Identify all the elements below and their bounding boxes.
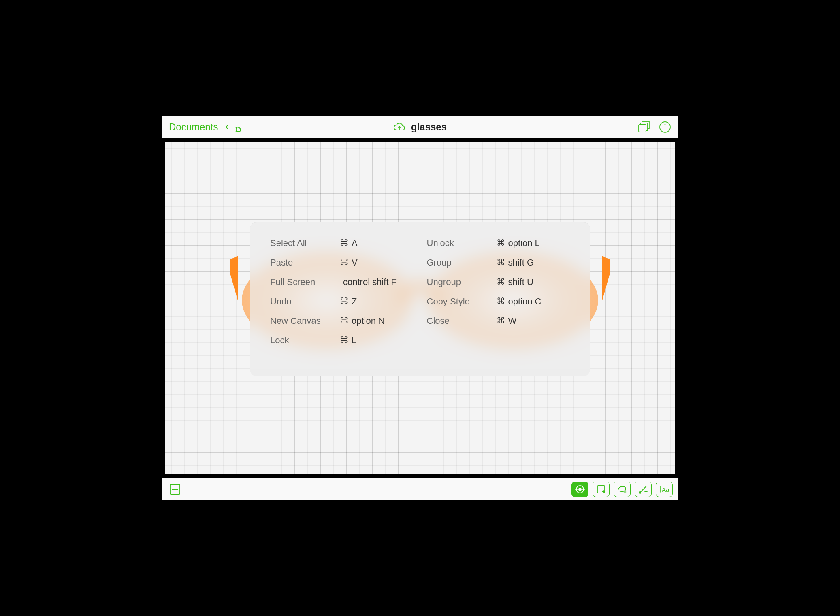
shortcuts-column-left: Select All⌘A Paste⌘V Full Screencontrol … bbox=[270, 238, 414, 360]
document-title[interactable]: glasses bbox=[411, 121, 447, 133]
app-window: Documents glasses bbox=[162, 116, 678, 500]
shortcut-paste: Paste⌘V bbox=[270, 257, 414, 268]
svg-point-9 bbox=[579, 488, 581, 491]
add-shape-button[interactable] bbox=[167, 482, 183, 497]
shortcut-lock: Lock⌘L bbox=[270, 335, 414, 346]
shortcut-unlock: Unlock⌘option L bbox=[427, 238, 570, 249]
rectangle-tool-button[interactable] bbox=[593, 482, 610, 497]
shortcut-new-canvas: New Canvas⌘option N bbox=[270, 316, 414, 326]
shortcuts-column-right: Unlock⌘option L Group⌘shift G Ungroup⌘sh… bbox=[427, 238, 570, 360]
text-tool-button[interactable]: Aa bbox=[656, 482, 673, 497]
canvas-border: Select All⌘A Paste⌘V Full Screencontrol … bbox=[162, 138, 678, 478]
bottom-toolbar: Aa bbox=[162, 478, 678, 500]
shortcut-copy-style: Copy Style⌘option C bbox=[427, 296, 570, 307]
svg-point-11 bbox=[639, 492, 641, 493]
info-icon[interactable] bbox=[659, 121, 671, 133]
shortcut-ungroup: Ungroup⌘shift U bbox=[427, 277, 570, 287]
documents-button[interactable]: Documents bbox=[169, 121, 218, 133]
svg-marker-3 bbox=[230, 256, 238, 300]
document-title-area: glasses bbox=[393, 121, 447, 133]
shortcut-close: Close⌘W bbox=[427, 316, 570, 326]
canvas[interactable]: Select All⌘A Paste⌘V Full Screencontrol … bbox=[165, 142, 675, 474]
svg-text:Aa: Aa bbox=[662, 486, 669, 493]
svg-marker-4 bbox=[602, 256, 610, 300]
shortcut-undo: Undo⌘Z bbox=[270, 296, 414, 307]
shortcut-full-screen: Full Screencontrol shift F bbox=[270, 277, 414, 287]
canvases-icon[interactable] bbox=[638, 121, 650, 133]
line-tool-button[interactable] bbox=[635, 482, 652, 497]
freehand-tool-button[interactable] bbox=[614, 482, 631, 497]
top-toolbar: Documents glasses bbox=[162, 116, 678, 138]
shortcuts-divider bbox=[420, 238, 420, 359]
svg-rect-0 bbox=[639, 125, 646, 132]
svg-point-2 bbox=[665, 124, 666, 125]
shortcut-group: Group⌘shift G bbox=[427, 257, 570, 268]
cloud-sync-icon[interactable] bbox=[393, 122, 405, 132]
undo-icon[interactable] bbox=[225, 122, 241, 132]
keyboard-shortcuts-overlay: Select All⌘A Paste⌘V Full Screencontrol … bbox=[250, 222, 590, 376]
select-tool-button[interactable] bbox=[571, 482, 588, 497]
shortcut-select-all: Select All⌘A bbox=[270, 238, 414, 249]
